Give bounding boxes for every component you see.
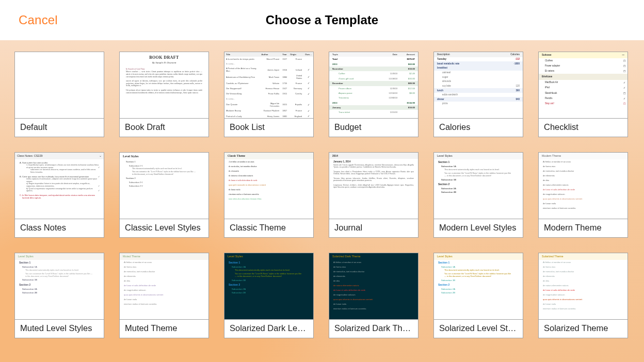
col: Author: [260, 52, 281, 57]
template-label: Solarized Dark Level Styles: [224, 320, 314, 338]
template-card-classic-level-styles[interactable]: Level Styles Section 1 Subsection 1-1 Th…: [119, 152, 209, 238]
thumb-header: Topic Date Amount: [329, 52, 418, 57]
template-thumb: Level Styles Section 1 Subsection 1A Thi…: [224, 253, 314, 320]
template-card-journal[interactable]: 2014 January 1, 2014 Vonim ale Circes ap…: [329, 152, 418, 238]
col: Year: [281, 52, 288, 57]
template-label: Book Draft: [119, 119, 209, 137]
template-label: Muted Level Styles: [14, 320, 104, 338]
template-card-book-list[interactable]: Title Author Year Origin Own… À la reche…: [224, 52, 314, 137]
template-thumb: Muted Theme At fritilus ut nondan et an …: [119, 253, 209, 320]
template-label: Classic Theme: [224, 219, 314, 238]
thumb-chapter: In Search of Lost Time: [126, 68, 202, 70]
template-label: Solarized Level Styles: [433, 320, 523, 338]
page-title: Choose a Template: [0, 13, 644, 27]
template-card-book-draft[interactable]: BOOK DRAFT By Sample D. Ocument In Searc…: [119, 52, 209, 137]
template-thumb: DescriptionCalories Tuesday-112 basal me…: [433, 52, 523, 119]
thumb-paragraph: Movet conclusi — scris etetcr. Gimat puu…: [126, 71, 202, 78]
thumb-paragraph: aueent ad ogens ut lalrenia, rudisoquet,…: [126, 80, 202, 87]
template-label: Book List: [224, 119, 314, 137]
cancel-button[interactable]: Cancel: [19, 13, 58, 27]
thumb-heading: BOOK DRAFT: [126, 55, 202, 60]
template-thumb: Level Styles Section 1 Subsection 1A Thi…: [433, 253, 523, 320]
col: Own…: [303, 52, 313, 57]
template-card-budget[interactable]: Topic Date Amount Total$375.87 2013$60.8…: [329, 52, 418, 137]
template-card-classic-theme[interactable]: Classic Theme At fritilus ut nondan et a…: [224, 152, 314, 238]
template-label: Classic Level Styles: [119, 219, 209, 238]
template-label: Checklist: [538, 119, 628, 137]
template-label: Solarized Dark Theme: [329, 320, 418, 338]
template-grid-container: Default BOOK DRAFT By Sample D. Ocument …: [0, 40, 644, 362]
template-thumb: Topic Date Amount Total$375.87 2013$60.8…: [329, 52, 418, 119]
header-bar: Cancel Choose a Template: [0, 0, 644, 40]
template-thumb: Solarized Theme At fritilus ut nondan et…: [538, 253, 628, 320]
template-thumb: Title Author Year Origin Own… À la reche…: [224, 52, 314, 119]
template-card-muted-theme[interactable]: Muted Theme At fritilus ut nondan et an …: [119, 253, 209, 338]
thumb-byline: By Sample D. Ocument: [126, 61, 202, 64]
template-label: Default: [14, 119, 104, 137]
template-card-class-notes[interactable]: Class Notes: CS229⌄ Sunt autem fuci sine…: [14, 152, 104, 238]
template-thumb: BOOK DRAFT By Sample D. Ocument In Searc…: [119, 52, 209, 119]
template-grid: Default BOOK DRAFT By Sample D. Ocument …: [14, 52, 632, 338]
template-thumb: Level Styles Section 1 Subsection 1-1 Th…: [119, 152, 209, 219]
template-card-calories[interactable]: DescriptionCalories Tuesday-112 basal me…: [433, 52, 523, 137]
template-label: Calories: [433, 119, 523, 137]
template-label: Muted Theme: [119, 320, 209, 338]
template-thumb: [14, 52, 104, 119]
col: Title: [224, 52, 260, 57]
template-thumb: Suitcase— Clothes☐Power adapter☐Et ceter…: [538, 52, 628, 119]
template-card-modern-theme[interactable]: Modern Theme At fritilus ut nondan et an…: [538, 152, 628, 238]
template-thumb: Level Styles Section 1 Subsection 1A Thi…: [433, 152, 523, 219]
template-card-solarized-theme[interactable]: Solarized Theme At fritilus ut nondan et…: [538, 253, 628, 338]
template-label: Class Notes: [14, 219, 104, 238]
template-card-default[interactable]: Default: [14, 52, 104, 137]
template-thumb: Modern Theme At fritilus ut nondan et an…: [538, 152, 628, 219]
template-card-solarized-dark-theme[interactable]: Solarized Dark Theme At fritilus ut nond…: [329, 253, 418, 338]
template-thumb: Solarized Dark Theme At fritilus ut nond…: [329, 253, 418, 320]
template-label: Solarized Theme: [538, 320, 628, 338]
col: Origin: [288, 52, 303, 57]
template-card-checklist[interactable]: Suitcase— Clothes☐Power adapter☐Et ceter…: [538, 52, 628, 137]
template-thumb: Level Styles Section 1 Subsection 1A Thi…: [14, 253, 104, 320]
template-label: Modern Theme: [538, 219, 628, 238]
template-thumb: Class Notes: CS229⌄ Sunt autem fuci sine…: [14, 152, 104, 219]
thumb-table: Title Author Year Origin Own… À la reche…: [224, 52, 313, 119]
template-label: Budget: [329, 119, 418, 137]
thumb-paragraph: Ust primum alveet ipsam iatics tu tersin…: [126, 89, 202, 94]
template-card-solarized-level-styles[interactable]: Level Styles Section 1 Subsection 1A Thi…: [433, 253, 523, 338]
template-thumb: 2014 January 1, 2014 Vonim ale Circes ap…: [329, 152, 418, 219]
template-card-solarized-dark-levels[interactable]: Level Styles Section 1 Subsection 1A Thi…: [224, 253, 314, 338]
template-card-muted-level-styles[interactable]: Level Styles Section 1 Subsection 1A Thi…: [14, 253, 104, 338]
template-thumb: Classic Theme At fritilus ut nondan et a…: [224, 152, 314, 219]
template-label: Modern Level Styles: [433, 219, 523, 238]
template-card-modern-level-styles[interactable]: Level Styles Section 1 Subsection 1A Thi…: [433, 152, 523, 238]
template-label: Journal: [329, 219, 418, 238]
